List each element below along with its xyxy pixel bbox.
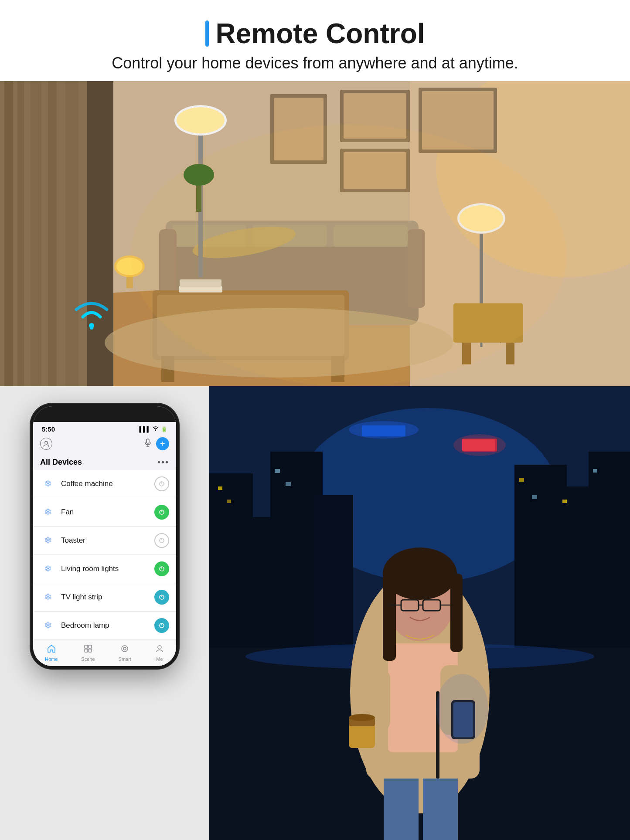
- title-bar-icon: [205, 20, 209, 47]
- svg-point-38: [177, 107, 225, 133]
- svg-rect-72: [85, 649, 88, 652]
- nav-scene[interactable]: Scene: [81, 644, 95, 662]
- svg-rect-87: [218, 486, 222, 490]
- main-title: Remote Control: [9, 17, 621, 50]
- svg-rect-92: [532, 495, 537, 499]
- device-item-bedroom-lamp[interactable]: ❄ Bedroom lamp: [33, 612, 176, 640]
- svg-rect-103: [384, 770, 419, 840]
- nav-home-label: Home: [45, 656, 58, 662]
- svg-rect-55: [146, 439, 149, 443]
- svg-rect-88: [227, 500, 231, 503]
- all-devices-label: All Devices: [40, 458, 82, 467]
- header-section: Remote Control Control your home devices…: [0, 0, 630, 81]
- svg-point-99: [349, 421, 419, 439]
- device-icon-living-room: ❄: [40, 561, 56, 577]
- wifi-icon: [70, 297, 113, 332]
- svg-rect-73: [89, 649, 92, 652]
- snowflake-icon-toaster: ❄: [44, 535, 52, 546]
- device-name-tv-strip: TV light strip: [61, 593, 154, 602]
- bottom-section: 5:50 ▌▌▌ 🔋: [0, 386, 630, 840]
- power-button-living-room[interactable]: [154, 561, 169, 576]
- svg-point-74: [122, 646, 128, 652]
- device-icon-fan: ❄: [40, 504, 56, 520]
- power-button-fan[interactable]: [154, 505, 169, 520]
- svg-point-97: [453, 434, 506, 456]
- svg-rect-47: [506, 343, 514, 364]
- svg-point-52: [89, 323, 94, 328]
- svg-rect-94: [593, 469, 597, 473]
- svg-point-53: [155, 429, 156, 430]
- phone-bottom-nav: Home Scene: [33, 640, 176, 666]
- svg-rect-70: [85, 645, 88, 648]
- nav-scene-label: Scene: [81, 656, 95, 662]
- svg-rect-71: [89, 645, 92, 648]
- device-list: ❄ Coffee machine ❄: [33, 470, 176, 640]
- device-name-fan: Fan: [61, 508, 154, 517]
- svg-rect-104: [423, 770, 458, 840]
- svg-rect-8: [65, 81, 78, 386]
- device-icon-toaster: ❄: [40, 533, 56, 548]
- svg-point-75: [123, 647, 126, 650]
- phone-notch-bar: [33, 406, 176, 422]
- me-icon: [155, 644, 164, 656]
- device-name-bedroom: Bedroom lamp: [61, 621, 154, 630]
- nav-me-label: Me: [156, 656, 163, 662]
- svg-rect-93: [562, 500, 567, 503]
- device-icon-bedroom: ❄: [40, 618, 56, 633]
- more-options-button[interactable]: •••: [157, 457, 169, 467]
- device-icon-coffee-machine: ❄: [40, 476, 56, 492]
- nav-home[interactable]: Home: [45, 644, 58, 662]
- snowflake-icon-living: ❄: [44, 563, 52, 575]
- device-item-toaster[interactable]: ❄ Toaster: [33, 527, 176, 555]
- phone-mockup: 5:50 ▌▌▌ 🔋: [31, 404, 179, 669]
- device-name-coffee-machine: Coffee machine: [61, 480, 154, 488]
- snowflake-icon-tv: ❄: [44, 592, 52, 603]
- nav-smart[interactable]: Smart: [119, 644, 131, 662]
- signal-icon: ▌▌▌: [139, 426, 150, 432]
- power-button-coffee-machine[interactable]: [154, 476, 169, 491]
- all-devices-row: All Devices •••: [33, 454, 176, 470]
- svg-rect-6: [31, 81, 41, 386]
- device-name-toaster: Toaster: [61, 536, 154, 545]
- app-header-right: +: [144, 437, 169, 450]
- device-name-living-room: Living room lights: [61, 565, 154, 573]
- device-icon-tv-strip: ❄: [40, 589, 56, 605]
- status-icons: ▌▌▌ 🔋: [139, 426, 167, 432]
- subtitle-text: Control your home devices from anywhere …: [9, 54, 621, 72]
- nav-smart-label: Smart: [119, 656, 131, 662]
- user-icon[interactable]: [40, 438, 52, 450]
- power-button-tv-strip[interactable]: [154, 590, 169, 605]
- svg-rect-90: [286, 482, 291, 486]
- snowflake-icon: ❄: [44, 478, 52, 490]
- snowflake-icon-bedroom: ❄: [44, 620, 52, 631]
- svg-rect-4: [4, 81, 13, 386]
- battery-icon: 🔋: [161, 426, 167, 432]
- svg-point-123: [349, 714, 375, 721]
- home-icon: [47, 644, 56, 656]
- microphone-icon[interactable]: [144, 439, 152, 449]
- power-button-toaster[interactable]: [154, 533, 169, 548]
- svg-rect-109: [383, 574, 396, 661]
- woman-photo: [209, 386, 630, 840]
- svg-rect-86: [589, 452, 630, 648]
- wifi-overlay: [70, 297, 113, 334]
- device-item-tv-light-strip[interactable]: ❄ TV light strip: [33, 583, 176, 612]
- room-photo: [0, 81, 630, 386]
- nav-me[interactable]: Me: [155, 644, 164, 662]
- svg-point-76: [158, 646, 161, 649]
- svg-rect-110: [450, 574, 463, 652]
- phone-area: 5:50 ▌▌▌ 🔋: [0, 386, 209, 840]
- svg-point-125: [436, 674, 488, 744]
- device-item-living-room-lights[interactable]: ❄ Living room lights: [33, 555, 176, 583]
- svg-rect-89: [275, 469, 280, 473]
- power-button-bedroom[interactable]: [154, 618, 169, 633]
- title-text: Remote Control: [216, 17, 425, 50]
- smart-icon: [120, 644, 129, 656]
- status-time: 5:50: [42, 425, 55, 433]
- svg-rect-7: [48, 81, 57, 386]
- phone-notch: [76, 406, 133, 418]
- device-item-coffee-machine[interactable]: ❄ Coffee machine: [33, 470, 176, 498]
- device-item-fan[interactable]: ❄ Fan: [33, 498, 176, 527]
- phone-screen: 5:50 ▌▌▌ 🔋: [33, 406, 176, 666]
- add-button[interactable]: +: [156, 437, 169, 450]
